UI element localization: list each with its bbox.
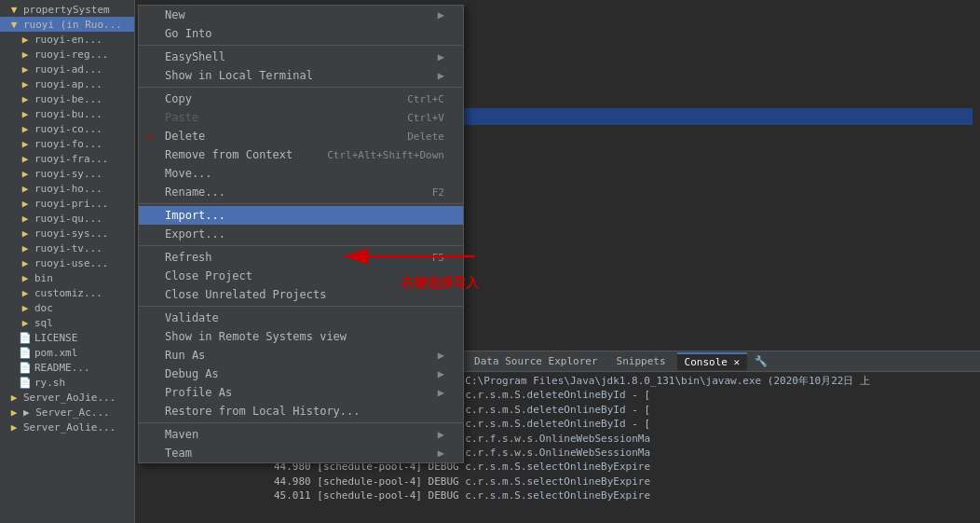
folder-icon: ▶ — [7, 406, 20, 419]
menu-item-export[interactable]: Export... — [139, 225, 463, 243]
tree-item-bin[interactable]: ▶ bin — [0, 270, 134, 285]
tree-item-license[interactable]: 📄 LICENSE — [0, 330, 134, 345]
tree-item-ruoyi-ad[interactable]: ▶ ruoyi-ad... — [0, 62, 134, 76]
tab-console[interactable]: Console ✕ — [677, 352, 748, 370]
tree-item-customiz[interactable]: ▶ customiz... — [0, 285, 134, 300]
tree-label: LICENSE — [34, 332, 77, 344]
menu-separator-3 — [139, 203, 463, 204]
menu-item-maven-label: Maven — [165, 428, 434, 441]
menu-item-copy-label: Copy — [165, 92, 388, 105]
tree-item-server-aolie[interactable]: ▶ Server_Aolie... — [0, 420, 134, 434]
folder-icon: ▶ — [19, 212, 32, 225]
menu-item-easyshell-label: EasyShell — [165, 50, 434, 63]
menu-item-validate[interactable]: Validate — [139, 309, 463, 327]
tree-label: pom.xml — [34, 347, 77, 359]
menu-item-rename[interactable]: Rename... F2 — [139, 183, 463, 201]
folder-icon: ▶ — [19, 62, 32, 76]
delete-shortcut: Delete — [407, 131, 444, 143]
tree-label: ▶ Server_Ac... — [23, 406, 110, 419]
file-icon: 📄 — [19, 376, 32, 389]
tree-item-ruoyi-use[interactable]: ▶ ruoyi-use... — [0, 255, 134, 270]
folder-icon: ▶ — [19, 271, 32, 284]
folder-icon: ▶ — [7, 391, 20, 404]
menu-separator-1 — [139, 45, 463, 46]
tab-datasource[interactable]: Data Source Explorer — [467, 353, 605, 369]
tree-item-ruoyi-fra[interactable]: ▶ ruoyi-fra... — [0, 151, 134, 166]
menu-item-paste[interactable]: Paste Ctrl+V — [139, 108, 463, 127]
tree-item-ruoyi-pri[interactable]: ▶ ruoyi-pri... — [0, 196, 134, 211]
folder-icon: ▶ — [19, 92, 32, 105]
tree-item-ruoyi-qu[interactable]: ▶ ruoyi-qu... — [0, 211, 134, 226]
tree-item-ruoyi-fo[interactable]: ▶ ruoyi-fo... — [0, 136, 134, 151]
folder-icon: ▶ — [19, 152, 32, 165]
tree-item-ruoyi-bu[interactable]: ▶ ruoyi-bu... — [0, 106, 134, 121]
tree-item-ruoyi-co[interactable]: ▶ ruoyi-co... — [0, 121, 134, 136]
folder-icon: ▶ — [19, 227, 32, 240]
menu-item-show-terminal-label: Show in Local Terminal — [165, 69, 434, 82]
file-icon: 📄 — [19, 331, 32, 344]
project-tree[interactable]: ▼ propertySystem ▼ ruoyi (in Ruo... ▶ ru… — [0, 0, 135, 523]
menu-item-remove-context-label: Remove from Context — [165, 148, 308, 161]
menu-item-show-remote[interactable]: Show in Remote Systems view — [139, 327, 463, 346]
tree-item-ruoyi-ho[interactable]: ▶ ruoyi-ho... — [0, 181, 134, 196]
tree-label: ruoyi (in Ruo... — [23, 19, 122, 31]
menu-item-paste-label: Paste — [165, 111, 388, 124]
tree-item-pom[interactable]: 📄 pom.xml — [0, 345, 134, 360]
tree-label: ruoyi-ap... — [34, 78, 102, 90]
import-annotation: 右键选择导入 — [326, 247, 512, 306]
folder-icon: ▶ — [19, 107, 32, 120]
folder-icon: ▶ — [19, 77, 32, 90]
menu-item-delete[interactable]: ✕ Delete Delete — [139, 127, 463, 145]
tree-item-ruoyi-reg[interactable]: ▶ ruoyi-reg... — [0, 47, 134, 62]
tree-item-ruoyi-be[interactable]: ▶ ruoyi-be... — [0, 91, 134, 106]
menu-item-show-terminal[interactable]: Show in Local Terminal ▶ — [139, 66, 463, 85]
folder-icon: ▼ — [7, 3, 20, 16]
tree-item-server-aojie[interactable]: ▶ Server_AoJie... — [0, 390, 134, 405]
menu-item-new-label: New — [165, 8, 434, 21]
tree-item-propertysystem[interactable]: ▼ propertySystem — [0, 2, 134, 17]
context-menu: New ▶ Go Into EasyShell ▶ Show in Local … — [138, 5, 464, 463]
menu-item-easyshell[interactable]: EasyShell ▶ — [139, 48, 463, 66]
menu-item-remove-context[interactable]: Remove from Context Ctrl+Alt+Shift+Down — [139, 145, 463, 164]
tree-item-ruoyi-ap[interactable]: ▶ ruoyi-ap... — [0, 76, 134, 91]
tree-label: ruoyi-co... — [34, 123, 102, 135]
tree-item-readme[interactable]: 📄 README... — [0, 360, 134, 375]
tree-item-ruoyi-sy[interactable]: ▶ ruoyi-sy... — [0, 166, 134, 181]
arrow-icon: ▶ — [438, 386, 444, 399]
tree-label: ruoyi-use... — [34, 257, 108, 269]
tree-item-ruoyi-sys[interactable]: ▶ ruoyi-sys... — [0, 226, 134, 241]
menu-item-show-remote-label: Show in Remote Systems view — [165, 330, 444, 343]
paste-shortcut: Ctrl+V — [407, 112, 444, 124]
tree-item-sql[interactable]: ▶ sql — [0, 315, 134, 330]
menu-item-restore-history[interactable]: Restore from Local History... — [139, 402, 463, 420]
menu-item-maven[interactable]: Maven ▶ — [139, 425, 463, 444]
menu-item-import[interactable]: Import... — [139, 206, 463, 225]
tree-item-ruoyi[interactable]: ▼ ruoyi (in Ruo... — [0, 17, 134, 32]
menu-separator-5 — [139, 306, 463, 307]
tab-snippets[interactable]: Snippets — [609, 353, 674, 369]
menu-item-copy[interactable]: Copy Ctrl+C — [139, 89, 463, 108]
arrow-icon: ▶ — [438, 349, 444, 362]
tree-label: sql — [34, 317, 53, 329]
menu-item-profile-as[interactable]: Profile As ▶ — [139, 383, 463, 402]
menu-item-debug-as-label: Debug As — [165, 367, 434, 380]
menu-item-move[interactable]: Move... — [139, 164, 463, 183]
tree-label: ry.sh — [34, 377, 65, 389]
tree-item-ruoyi-tv[interactable]: ▶ ruoyi-tv... — [0, 241, 134, 255]
tree-item-ruoyi-en[interactable]: ▶ ruoyi-en... — [0, 32, 134, 47]
menu-item-team[interactable]: Team ▶ — [139, 444, 463, 462]
menu-item-new[interactable]: New ▶ — [139, 6, 463, 24]
menu-item-rename-label: Rename... — [165, 186, 414, 199]
menu-item-run-as[interactable]: Run As ▶ — [139, 346, 463, 365]
tree-item-doc[interactable]: ▶ doc — [0, 300, 134, 315]
tree-label: ruoyi-en... — [34, 34, 102, 46]
tree-label: Server_AoJie... — [23, 392, 116, 404]
tree-label: ruoyi-ad... — [34, 63, 102, 76]
folder-icon: ▶ — [19, 286, 32, 299]
tree-item-server-ac[interactable]: ▶ ▶ Server_Ac... — [0, 405, 134, 420]
menu-item-debug-as[interactable]: Debug As ▶ — [139, 365, 463, 383]
menu-item-move-label: Move... — [165, 167, 444, 180]
menu-item-go-into[interactable]: Go Into — [139, 24, 463, 43]
menu-item-import-label: Import... — [165, 209, 444, 222]
tree-item-ry[interactable]: 📄 ry.sh — [0, 375, 134, 390]
